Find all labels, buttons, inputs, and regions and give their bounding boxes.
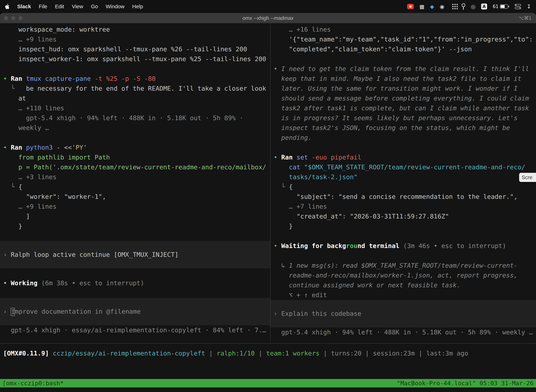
text-segment: • [274,154,281,161]
text-segment: rou [346,242,358,249]
terminal-line: … +7 lines [270,202,536,211]
text-segment: | [320,350,331,357]
text-segment: cczip/essay/ai-reimplementation-copyleft [53,350,205,357]
text-segment: be necessary for the end of the README. … [26,85,266,92]
keyboard-icon[interactable]: ▦ [419,4,424,10]
text-segment: › [3,251,11,258]
terminal-line: weekly … [0,123,270,133]
text-segment: team:1 workers [266,350,320,357]
terminal-line: continue assigned work or next feasible … [270,280,536,290]
terminal-line: inspect task2's JSON, focusing on the st… [270,123,536,133]
download-arrow-icon[interactable]: ↧ [527,4,531,10]
battery-indicator[interactable]: 61 [493,4,509,9]
text-segment: continue assigned work or next feasible … [274,281,460,289]
text-segment [22,75,26,82]
disk-icon[interactable]: ◉ [440,4,444,10]
terminal-line: … +110 lines [0,103,270,113]
text-segment: • [3,75,11,82]
apple-menu[interactable] [5,4,10,9]
text-segment: "$OMX_TEAM_STATE_ROOT/team/review-curren… [304,163,525,171]
text-segment: keep that in mind. Maybe I also need the… [274,75,522,82]
text-segment: mprove documentation in @filename [15,308,140,315]
text-segment: from pathlib import Path [3,154,110,161]
menu-edit[interactable]: Edit [55,4,64,9]
text-segment: ↳ [274,262,289,269]
menubar-menus: SlackFileEditViewGoWindowHelp [5,4,143,9]
text-segment: [OMX#0.11.9] [3,350,49,357]
text-segment: Ran [11,75,22,82]
app-grid-icon[interactable] [450,4,456,9]
battery-body-icon [500,5,508,9]
menu-view[interactable]: View [72,4,83,9]
composer-input[interactable]: › Explain this codebase [270,300,536,327]
droplet-icon[interactable]: ◆ [430,4,434,10]
menu-file[interactable]: File [39,4,47,9]
text-segment [308,154,312,161]
menu-slack[interactable]: Slack [17,4,31,9]
terminal-line: • Ran python3 - <<'PY' [0,143,270,152]
text-segment: Ran [11,144,22,151]
screen: SlackFileEditViewGoWindowHelp ▦◆◉◎A61↧ o… [0,0,536,392]
terminal-line: inspect_worker-1: omx sparkshell --tmux-… [0,54,270,64]
screen-recording-indicator[interactable] [407,4,414,9]
terminal-line: └ { [270,182,536,192]
terminal-line: '{"team_name":"my-team","task_id":"1","f… [270,34,536,44]
input-source-icon[interactable]: A [481,4,487,9]
screen-capture-notification[interactable]: Scre [519,173,536,182]
terminal-line: "created_at": "2026-03-31T11:59:27.816Z" [270,211,536,221]
text-segment: { [19,183,22,190]
blank-line [0,288,270,298]
composer-input[interactable]: › Ralph loop active continue [OMX_TMUX_I… [0,241,270,268]
text-segment: | [255,350,266,357]
text-segment: p = Path('.omx/state/team/review-current… [3,163,266,171]
window-titlebar[interactable]: omx --xhigh --madmax ⌥⌘1 [0,13,536,23]
composer-input[interactable]: › Improve documentation in @filename [0,298,270,325]
text-segment: should send a message before completing … [274,95,529,102]
text-segment: … +110 lines [3,104,64,112]
control-center-icon[interactable] [515,4,521,9]
terminal-line: } [270,221,536,231]
terminal-line: from pathlib import Path [0,152,270,162]
terminal-line: … +9 lines [0,34,270,44]
text-segment: session:23m [373,350,415,357]
terminal-line: gpt-5.4 xhigh · 94% left · 488K in · 5.1… [270,327,536,337]
left-pane[interactable]: workspace_mode: worktree … +9 lines insp… [0,23,270,343]
text-segment [399,242,403,249]
status-circle-icon[interactable]: ◎ [471,4,475,10]
text-segment: tasks/task-2.json" [289,173,358,181]
menu-help[interactable]: Help [132,4,143,9]
terminal-line: • Ran set -euo pipefail [270,152,536,162]
blank-line [0,133,270,143]
text-segment: I need to get the claim token from the c… [281,65,529,72]
terminal-line: keep that in mind. Maybe I also need the… [270,74,536,84]
text-segment: › [274,310,281,317]
text-segment: "worker": "worker-1", [3,193,106,200]
menu-window[interactable]: Window [106,4,124,9]
text-segment: last:3m ago [426,350,468,357]
text-segment: } [3,223,22,230]
blank-line [270,54,536,64]
text-segment: • [3,280,11,287]
tmux-panes: workspace_mode: worktree … +9 lines insp… [0,23,536,343]
text-segment: tmux capture-pane [26,75,91,82]
terminal-line: workspace_mode: worktree [0,25,270,34]
key-icon[interactable] [462,3,465,10]
stop-dot-icon [409,5,412,8]
text-segment [293,154,297,161]
terminal-line: … +16 lines [270,25,536,34]
menu-go[interactable]: Go [91,4,98,9]
text-segment: • [3,144,11,151]
text-segment: task2 after task1 is complete, but can I… [274,104,529,112]
right-pane[interactable]: … +16 lines '{"team_name":"my-team","tas… [270,23,536,343]
terminal-line: later. Using the same for transition mig… [270,84,536,93]
window-title: omx --xhigh --madmax [0,13,536,23]
text-segment: } [274,223,293,230]
menubar-status-icons: ▦◆◉◎A61↧ [407,3,531,10]
text-segment: inspect_worker-1: omx sparkshell --tmux-… [3,55,266,62]
text-segment: ralph:1/10 [217,350,255,357]
text-segment [91,75,95,82]
terminal-line: • Waiting for background terminal (3m 46… [270,241,536,251]
text-segment: └ [3,183,19,190]
text-segment [300,163,304,171]
text-segment: "completed","claim_token":"claim-token"}… [274,46,472,53]
